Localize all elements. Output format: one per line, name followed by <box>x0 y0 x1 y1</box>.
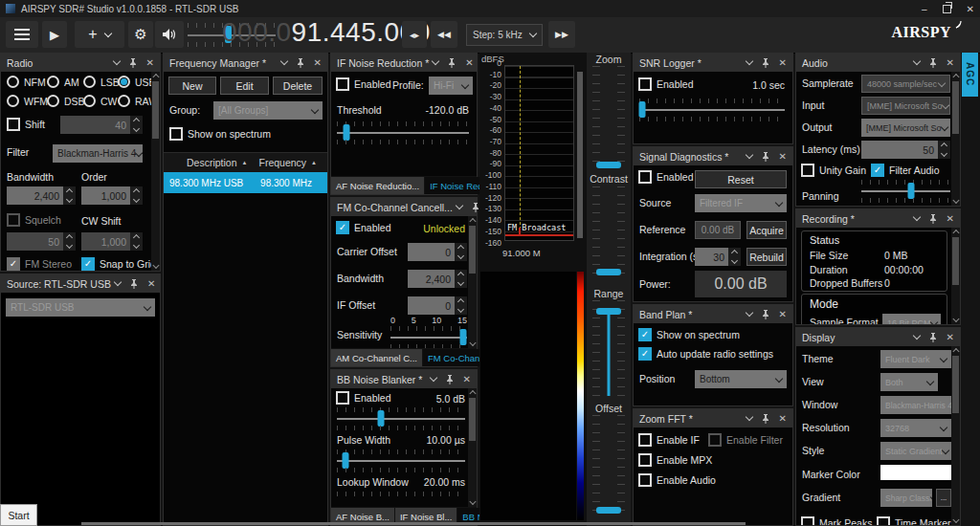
radio-icon[interactable] <box>7 76 19 88</box>
view-select[interactable]: Both <box>880 373 938 391</box>
spinner-buttons[interactable] <box>455 243 467 261</box>
fm-cc-scrollbar[interactable] <box>468 216 477 348</box>
mode-cw[interactable]: CW <box>83 95 118 107</box>
style-select[interactable]: Static Gradient <box>880 442 951 460</box>
display-header[interactable]: Display ✕ <box>796 328 960 346</box>
zoom-fft-header[interactable]: Zoom FFT * ✕ <box>634 409 792 427</box>
mode-dsb[interactable]: DSB <box>47 95 85 107</box>
contrast-slider[interactable] <box>592 186 625 274</box>
marker-color-swatch[interactable] <box>880 465 951 480</box>
gradient-select[interactable]: Sharp Classi <box>880 489 932 507</box>
close-icon[interactable]: ✕ <box>463 374 471 384</box>
gradient-more-button[interactable]: ... <box>936 489 951 507</box>
collapse-icon[interactable] <box>745 57 752 65</box>
bb-nb-header[interactable]: BB Noise Blanker * ✕ <box>331 370 477 388</box>
acquire-button[interactable]: Acquire <box>746 221 787 239</box>
snr-interval-slider[interactable] <box>639 99 785 121</box>
bp-auto-checkbox[interactable] <box>638 347 652 361</box>
spinner-buttons[interactable] <box>130 186 143 205</box>
bb-nb-level-slider[interactable] <box>337 407 465 430</box>
play-button[interactable]: ▶ <box>42 21 67 48</box>
audio-header[interactable]: Audio ✕ <box>796 54 960 72</box>
frequency-manager-header[interactable]: Frequency Manager * ✕ <box>164 54 327 72</box>
input-select[interactable]: [MME] Microsoft So <box>861 97 950 115</box>
position-select[interactable]: Bottom <box>695 370 787 388</box>
show-on-spectrum-checkbox[interactable] <box>169 127 183 141</box>
spinner-buttons[interactable] <box>938 141 950 159</box>
spinner-buttons[interactable] <box>63 186 76 205</box>
spectrum-plot[interactable]: FM Broadcast <box>504 65 574 241</box>
fm-cc-enabled-checkbox[interactable] <box>336 221 349 234</box>
frequency-table-row[interactable]: 98.300 MHz USB 98.300 MHz <box>164 172 327 193</box>
cw-shift-stepper[interactable]: 1,000 <box>81 232 143 251</box>
new-button[interactable]: New <box>168 77 216 95</box>
close-icon[interactable]: ✕ <box>779 309 787 319</box>
agc-side-tab[interactable]: AGC <box>962 53 978 97</box>
mode-usb[interactable]: USB <box>118 76 156 88</box>
close-icon[interactable]: ✕ <box>465 57 473 68</box>
unity-gain-checkbox[interactable] <box>801 164 814 177</box>
spinner-buttons[interactable] <box>728 248 741 266</box>
recording-scrollbar[interactable] <box>951 228 960 324</box>
sig-source-select[interactable]: Filtered IF <box>695 194 787 212</box>
pulse-width-slider[interactable] <box>337 449 465 472</box>
settings-button[interactable]: ⚙ <box>128 21 153 48</box>
recording-header[interactable]: Recording * ✕ <box>796 209 960 228</box>
enable-if-checkbox[interactable] <box>638 433 652 447</box>
pin-icon[interactable] <box>448 58 456 68</box>
frequency-column-header[interactable]: Frequency <box>258 157 306 168</box>
sensitivity-slider-thumb[interactable] <box>460 329 467 345</box>
radio-icon[interactable] <box>7 95 19 107</box>
carrier-offset-stepper[interactable]: 0 <box>408 243 467 261</box>
delete-button[interactable]: Delete <box>273 77 323 95</box>
collapse-icon[interactable] <box>429 374 436 382</box>
audio-scrollbar[interactable] <box>951 72 960 206</box>
collapse-icon[interactable] <box>912 57 920 65</box>
close-icon[interactable]: ✕ <box>779 57 787 68</box>
radio-panel-header[interactable]: Radio ✕ <box>1 54 160 72</box>
collapse-icon[interactable] <box>114 278 122 286</box>
bb-nb-enabled-checkbox[interactable] <box>336 391 349 405</box>
radio-icon[interactable] <box>83 95 96 107</box>
samplerate-select[interactable]: 48000 sample/sec <box>861 75 950 93</box>
waterfall[interactable] <box>480 272 576 520</box>
if-offset-stepper[interactable]: 0 <box>408 296 467 315</box>
source-device-select[interactable]: RTL-SDR USB <box>6 298 155 317</box>
restore-icon[interactable] <box>943 5 951 13</box>
add-panel-button[interactable]: + <box>75 21 124 48</box>
spinner-buttons[interactable] <box>130 116 143 134</box>
step-back-button[interactable]: ◀◀ <box>431 21 457 48</box>
mode-am[interactable]: AM <box>47 76 79 88</box>
zoom-slider-thumb[interactable] <box>596 162 621 168</box>
pin-icon[interactable] <box>446 375 454 384</box>
pin-icon[interactable] <box>762 58 769 68</box>
collapse-icon[interactable] <box>745 309 752 317</box>
filter-select[interactable]: Blackman-Harris 4 <box>53 144 143 163</box>
step-forward-button[interactable]: ▶▶ <box>548 21 575 48</box>
bp-show-checkbox[interactable] <box>638 328 652 341</box>
if-nr-enabled-checkbox[interactable] <box>336 77 349 91</box>
panning-slider[interactable] <box>861 180 950 203</box>
reset-button[interactable]: Reset <box>695 170 787 188</box>
minimize-icon[interactable]: – <box>922 4 927 14</box>
pin-icon[interactable] <box>929 333 937 342</box>
radio-scrollbar[interactable] <box>151 72 160 271</box>
spinner-buttons[interactable] <box>455 270 467 288</box>
collapse-icon[interactable] <box>745 413 752 421</box>
rebuild-button[interactable]: Rebuild <box>746 248 787 266</box>
time-markers-checkbox[interactable] <box>877 516 890 525</box>
pin-icon[interactable] <box>762 310 769 319</box>
collapse-icon[interactable] <box>112 57 120 65</box>
sig-header[interactable]: Signal Diagnostics * ✕ <box>634 147 792 165</box>
profile-select[interactable]: Hi-Fi <box>429 77 473 95</box>
spinner-buttons[interactable] <box>455 296 467 315</box>
shift-checkbox[interactable] <box>7 118 20 131</box>
squelch-stepper[interactable]: 50 <box>7 232 76 251</box>
display-scrollbar[interactable] <box>951 346 960 525</box>
collapse-icon[interactable] <box>912 332 920 340</box>
enable-audio-checkbox[interactable] <box>638 473 652 487</box>
close-icon[interactable]: ✕ <box>314 57 322 68</box>
spectrum-scrollbar[interactable] <box>577 72 583 238</box>
lookup-window-slider[interactable] <box>337 492 465 503</box>
snap-to-grid-checkbox[interactable] <box>81 257 95 271</box>
